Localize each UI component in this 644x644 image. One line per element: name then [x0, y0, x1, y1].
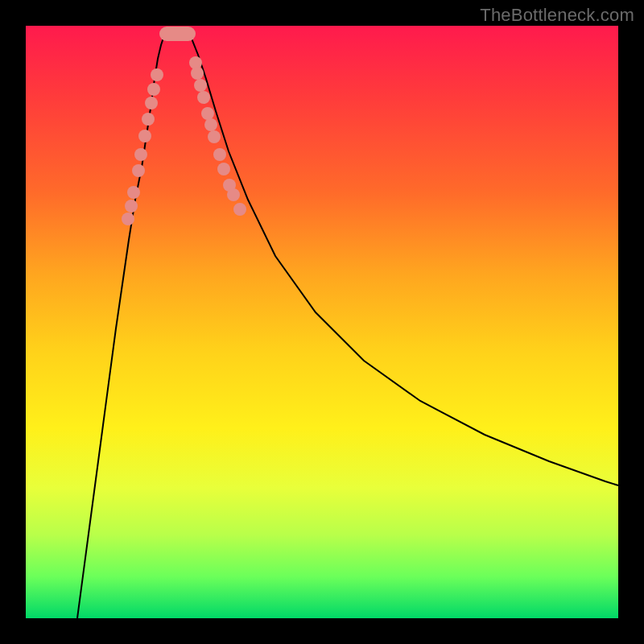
watermark-text: TheBottleneck.com	[480, 5, 634, 26]
highlight-dot	[233, 203, 246, 216]
highlight-dot	[204, 118, 217, 131]
chart-svg	[26, 26, 618, 618]
highlight-dot	[138, 130, 151, 142]
highlight-dot	[208, 130, 221, 143]
highlight-dot	[227, 188, 240, 201]
highlight-dot	[213, 148, 226, 161]
highlight-dot	[145, 97, 158, 109]
plot-area	[26, 26, 618, 618]
highlight-dot	[142, 113, 155, 126]
curve-right-branch	[187, 30, 618, 485]
highlight-dot	[147, 83, 160, 96]
highlight-dot	[122, 213, 134, 225]
highlight-dot	[151, 68, 163, 81]
highlight-dot	[197, 91, 210, 104]
chart-frame: TheBottleneck.com	[0, 0, 644, 644]
highlight-dot	[125, 200, 138, 213]
highlight-dot	[217, 163, 230, 175]
highlight-dot	[194, 79, 207, 92]
highlight-dot	[132, 164, 145, 177]
highlight-dot	[201, 107, 214, 120]
highlight-dot	[191, 67, 204, 80]
highlight-dot	[127, 186, 140, 199]
highlight-dot	[134, 148, 147, 161]
highlight-dots-group	[122, 56, 246, 225]
